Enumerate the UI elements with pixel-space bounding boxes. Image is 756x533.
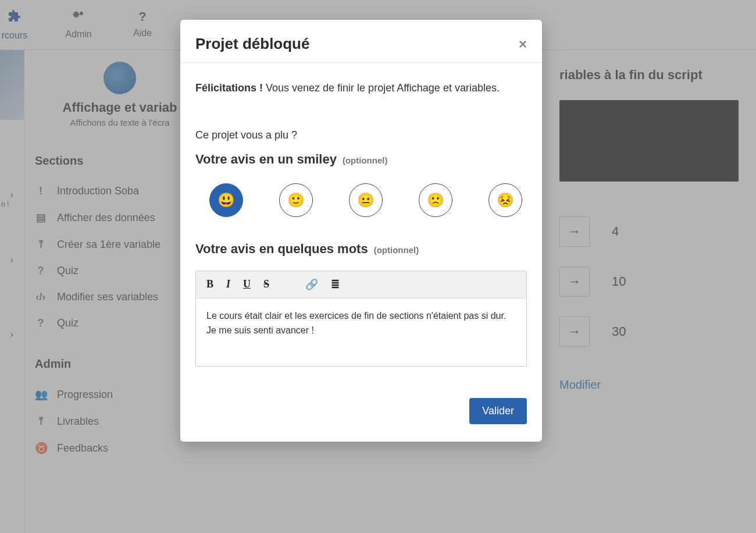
words-heading-text: Votre avis en quelques mots — [195, 241, 368, 257]
smiley-good[interactable]: 🙂 — [279, 183, 313, 217]
editor-textarea[interactable]: Le cours était clair et les exercices de… — [196, 299, 526, 366]
smiley-bad[interactable]: 🙁 — [419, 183, 452, 217]
bold-button[interactable]: B — [206, 278, 213, 290]
smiley-emoji: 😐 — [357, 192, 375, 208]
editor: B I U S 🔗 ≣ Le cours était clair et les … — [195, 271, 527, 367]
italic-button[interactable]: I — [226, 278, 230, 290]
congrats-rest: Vous venez de finir le projet Affichage … — [263, 82, 500, 94]
liked-question: Ce projet vous a plu ? — [195, 129, 527, 141]
smiley-emoji: 🙂 — [287, 192, 305, 208]
modal-title: Projet débloqué — [195, 35, 309, 53]
optional-label: (optionnel) — [343, 155, 387, 165]
smiley-emoji: 😣 — [497, 192, 514, 208]
smiley-neutral[interactable]: 😐 — [349, 183, 383, 217]
smiley-great[interactable]: 😃 — [209, 183, 243, 217]
smiley-terrible[interactable]: 😣 — [488, 183, 522, 217]
smiley-heading-text: Votre avis en un smiley — [195, 152, 337, 167]
congrats-text: Félicitations ! Vous venez de finir le p… — [195, 80, 527, 97]
link-button[interactable]: 🔗 — [305, 278, 318, 291]
congrats-bold: Félicitations ! — [195, 82, 263, 94]
underline-button[interactable]: U — [243, 278, 251, 290]
smiley-row: 😃 🙂 😐 🙁 😣 — [195, 183, 527, 217]
smiley-heading: Votre avis en un smiley (optionnel) — [195, 152, 527, 167]
smiley-emoji: 🙁 — [427, 192, 444, 208]
strike-button[interactable]: S — [263, 278, 269, 290]
list-button[interactable]: ≣ — [331, 278, 340, 291]
smiley-emoji: 😃 — [217, 192, 235, 208]
modal: Projet débloqué × Félicitations ! Vous v… — [180, 20, 542, 442]
close-icon[interactable]: × — [519, 36, 527, 52]
words-heading: Votre avis en quelques mots (optionnel) — [195, 241, 527, 257]
validate-button[interactable]: Valider — [469, 398, 527, 424]
optional-label: (optionnel) — [374, 245, 419, 255]
editor-toolbar: B I U S 🔗 ≣ — [196, 271, 526, 299]
